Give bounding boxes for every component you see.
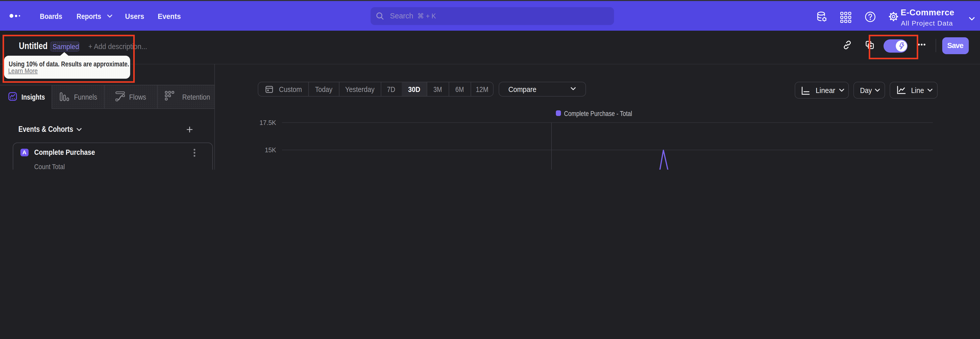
svg-text:17.5K: 17.5K (259, 119, 277, 126)
svg-text:15K: 15K (265, 146, 277, 154)
